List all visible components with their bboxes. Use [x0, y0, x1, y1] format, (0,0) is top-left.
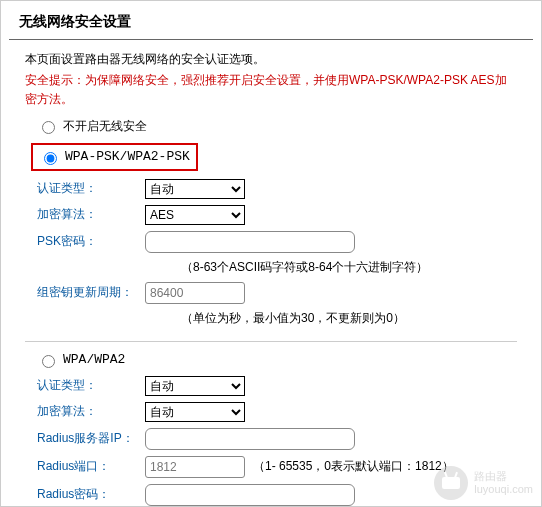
radio-none-label: 不开启无线安全 [63, 118, 147, 135]
radius-port-label: Radius端口： [37, 458, 145, 475]
section-separator [25, 341, 517, 342]
psk-pwd-label: PSK密码： [37, 233, 145, 250]
intro-text: 本页面设置路由器无线网络的安全认证选项。 [25, 50, 517, 69]
psk-auth-label: 认证类型： [37, 180, 145, 197]
radius-port-input[interactable] [145, 456, 245, 478]
radio-psk-highlight: WPA-PSK/WPA2-PSK [31, 143, 198, 171]
radius-ip-label: Radius服务器IP： [37, 430, 145, 447]
psk-rekey-label: 组密钥更新周期： [37, 284, 145, 301]
warning-text: 安全提示：为保障网络安全，强烈推荐开启安全设置，并使用WPA-PSK/WPA2-… [25, 71, 517, 109]
wireless-security-panel: 无线网络安全设置 本页面设置路由器无线网络的安全认证选项。 安全提示：为保障网络… [0, 0, 542, 507]
radio-wpa-label: WPA/WPA2 [63, 352, 125, 367]
wpa-auth-select[interactable]: 自动 [145, 376, 245, 396]
option-wpa-row: WPA/WPA2 [37, 352, 541, 368]
psk-form-block: 认证类型： 自动 加密算法： AES PSK密码： （8-63个ASCII码字符… [37, 179, 541, 327]
wpa-encrypt-label: 加密算法： [37, 403, 145, 420]
wpa-encrypt-select[interactable]: 自动 [145, 402, 245, 422]
psk-pwd-input[interactable] [145, 231, 355, 253]
radius-pwd-label: Radius密码： [37, 486, 145, 503]
radio-psk[interactable] [44, 152, 57, 165]
psk-rekey-hint: （单位为秒，最小值为30，不更新则为0） [181, 310, 541, 327]
psk-rekey-input[interactable] [145, 282, 245, 304]
psk-pwd-hint: （8-63个ASCII码字符或8-64个十六进制字符） [181, 259, 541, 276]
radio-wpa[interactable] [42, 355, 55, 368]
radius-ip-input[interactable] [145, 428, 355, 450]
radius-pwd-input[interactable] [145, 484, 355, 506]
radio-psk-label: WPA-PSK/WPA2-PSK [65, 149, 190, 164]
wpa-form-block: 认证类型： 自动 加密算法： 自动 Radius服务器IP： Radius端口：… [37, 376, 541, 507]
psk-encrypt-select[interactable]: AES [145, 205, 245, 225]
option-psk-row: WPA-PSK/WPA2-PSK [37, 143, 541, 171]
radio-none[interactable] [42, 121, 55, 134]
option-none-row: 不开启无线安全 [37, 118, 541, 135]
psk-auth-select[interactable]: 自动 [145, 179, 245, 199]
wpa-auth-label: 认证类型： [37, 377, 145, 394]
psk-encrypt-label: 加密算法： [37, 206, 145, 223]
panel-title: 无线网络安全设置 [9, 1, 533, 40]
radius-port-hint: （1- 65535，0表示默认端口：1812） [253, 458, 454, 475]
